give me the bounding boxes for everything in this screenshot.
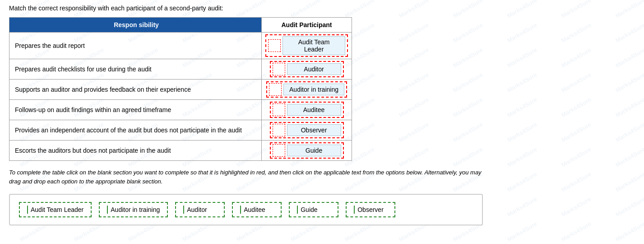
option-item[interactable]: Auditor in training (99, 202, 168, 217)
option-label: Guide (301, 206, 317, 213)
drop-zone-empty[interactable] (273, 124, 285, 136)
table-row: Provides an independent account of the a… (9, 120, 352, 141)
drop-zone-empty[interactable] (269, 83, 282, 96)
option-label: Observer (357, 206, 384, 213)
participant-drop-cell[interactable]: Auditor (262, 59, 352, 80)
option-label: Auditor in training (111, 206, 160, 213)
drop-zone-outer[interactable]: Guide (270, 142, 344, 159)
participant-label: Observer (287, 124, 341, 136)
drop-zone-empty[interactable] (268, 39, 281, 52)
option-item[interactable]: Audit Team Leader (19, 202, 92, 217)
option-label: Audit Team Leader (31, 206, 83, 213)
option-left-line (297, 206, 298, 214)
option-label: Auditee (244, 206, 265, 213)
participant-label: Auditor in training (283, 84, 344, 95)
participant-label: Auditor (287, 63, 341, 75)
table-row: Prepares the audit reportAudit Team Lead… (9, 33, 352, 59)
option-left-line (354, 206, 355, 214)
responsibility-cell: Supports an auditor and provides feedbac… (9, 80, 262, 100)
participant-drop-cell[interactable]: Audit Team Leader (262, 33, 352, 59)
table-row: Prepares audit checklists for use during… (9, 59, 352, 80)
option-left-line (240, 206, 241, 214)
responsibility-cell: Follows-up on audit findings within an a… (9, 100, 262, 120)
option-item[interactable]: Auditor (175, 202, 225, 217)
responsibility-cell: Prepares audit checklists for use during… (9, 59, 262, 80)
drop-zone-outer[interactable]: Observer (270, 122, 344, 138)
participant-drop-cell[interactable]: Observer (262, 120, 352, 141)
completion-note: To complete the table click on the blank… (9, 168, 483, 186)
option-left-line (183, 206, 184, 214)
option-item[interactable]: Observer (346, 202, 395, 217)
option-left-line (27, 206, 28, 214)
instruction-text: Match the correct responsibility with ea… (9, 5, 635, 12)
table-row: Escorts the auditors but does not partic… (9, 141, 352, 161)
participant-drop-cell[interactable]: Auditee (262, 100, 352, 120)
main-content: Match the correct responsibility with ea… (9, 5, 635, 225)
option-left-line (107, 206, 108, 214)
responsibility-cell: Prepares the audit report (9, 33, 262, 59)
drop-zone-outer[interactable]: Auditor (270, 61, 344, 77)
col-header-responsibility: Responsibility (9, 18, 262, 33)
option-item[interactable]: Guide (289, 202, 338, 217)
drop-zone-empty[interactable] (273, 63, 285, 75)
responsibility-highlight: Respon (112, 20, 139, 29)
drop-zone-empty[interactable] (273, 103, 285, 116)
options-container: Audit Team LeaderAuditor in trainingAudi… (9, 194, 483, 225)
responsibility-rest: sibility (139, 21, 159, 28)
option-item[interactable]: Auditee (232, 202, 282, 217)
drop-zone-empty[interactable] (273, 144, 285, 157)
participant-drop-cell[interactable]: Guide (262, 141, 352, 161)
matching-table: Responsibility Audit Participant Prepare… (9, 17, 352, 161)
drop-zone-outer[interactable]: Auditee (270, 102, 344, 118)
drop-zone-outer[interactable]: Auditor in training (266, 81, 347, 98)
option-label: Auditor (187, 206, 207, 213)
participant-label: Guide (287, 145, 341, 156)
participant-label: Auditee (287, 104, 341, 116)
table-row: Supports an auditor and provides feedbac… (9, 80, 352, 100)
table-row: Follows-up on audit findings within an a… (9, 100, 352, 120)
responsibility-cell: Escorts the auditors but does not partic… (9, 141, 262, 161)
col-header-participant: Audit Participant (262, 18, 352, 33)
drop-zone-outer[interactable]: Audit Team Leader (265, 34, 348, 57)
participant-label: Audit Team Leader (283, 36, 345, 55)
participant-drop-cell[interactable]: Auditor in training (262, 80, 352, 100)
responsibility-cell: Provides an independent account of the a… (9, 120, 262, 141)
